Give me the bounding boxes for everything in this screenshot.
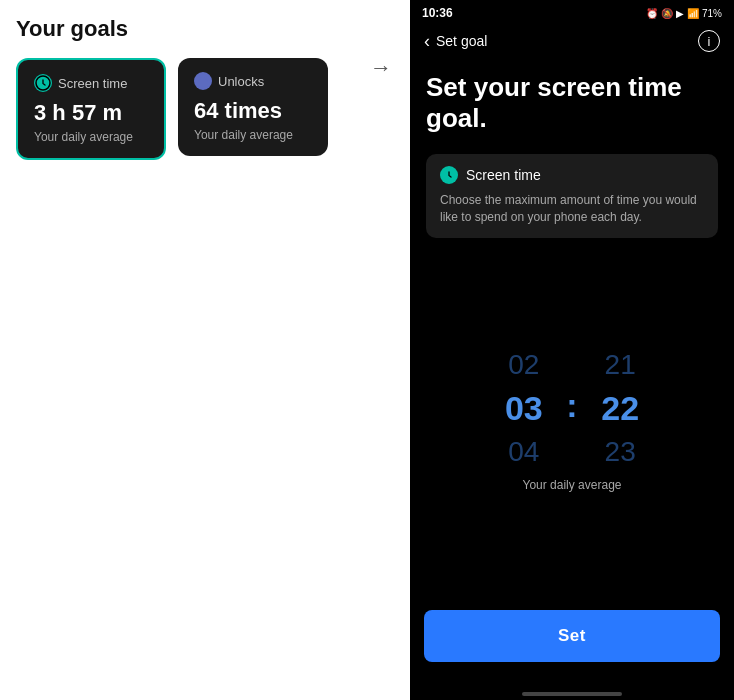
minutes-column[interactable]: 21 22 23 <box>588 349 653 468</box>
unlocks-sub: Your daily average <box>194 128 312 142</box>
screen-time-card-label: Screen time <box>466 167 541 183</box>
status-bar: 10:36 ⏰ 🔕 ▶ 📶 71% <box>410 0 734 24</box>
minutes-above: 21 <box>605 349 636 381</box>
set-button-container: Set <box>410 600 734 686</box>
screen-time-sub: Your daily average <box>34 130 148 144</box>
back-arrow-icon: ‹ <box>424 31 430 52</box>
battery-text: 71% <box>702 8 722 19</box>
screen-time-description: Choose the maximum amount of time you wo… <box>440 192 704 226</box>
app-bar: ‹ Set goal i <box>410 24 734 60</box>
picker-row: 02 03 04 : 21 22 23 <box>491 349 652 468</box>
unlocks-card-header: Unlocks <box>194 72 312 90</box>
hours-active: 03 <box>505 389 543 428</box>
screen-time-card-header: Screen time <box>440 166 704 184</box>
home-indicator <box>410 686 734 700</box>
main-heading: Set your screen time goal. <box>426 72 718 134</box>
main-content: Set your screen time goal. Screen time C… <box>410 60 734 600</box>
unlocks-label: Unlocks <box>218 74 264 89</box>
daily-average-label: Your daily average <box>523 478 622 492</box>
phone-panel: 10:36 ⏰ 🔕 ▶ 📶 71% ‹ Set goal i Set your … <box>410 0 734 700</box>
hours-above: 02 <box>508 349 539 381</box>
unlocks-card[interactable]: Unlocks 64 times Your daily average <box>178 58 328 156</box>
info-button[interactable]: i <box>698 30 720 52</box>
set-button[interactable]: Set <box>424 610 720 662</box>
status-time: 10:36 <box>422 6 453 20</box>
minutes-below: 23 <box>605 436 636 468</box>
back-button[interactable]: ‹ Set goal <box>424 31 487 52</box>
cards-row: Screen time 3 h 57 m Your daily average … <box>16 58 354 160</box>
screen-time-label: Screen time <box>58 76 127 91</box>
arrow-section: → <box>370 0 410 700</box>
mute-icon: 🔕 <box>661 8 673 19</box>
signal-icon: ▶ <box>676 8 684 19</box>
page-title: Your goals <box>16 16 354 42</box>
svg-rect-1 <box>198 80 208 88</box>
wifi-icon: 📶 <box>687 8 699 19</box>
clock-icon <box>34 74 52 92</box>
alarm-icon: ⏰ <box>646 8 658 19</box>
minutes-active: 22 <box>601 389 639 428</box>
info-icon: i <box>708 34 711 49</box>
card-header: Screen time <box>34 74 148 92</box>
app-bar-title: Set goal <box>436 33 487 49</box>
home-bar <box>522 692 622 696</box>
screen-time-value: 3 h 57 m <box>34 100 148 126</box>
arrow-icon: → <box>370 55 392 81</box>
hours-column[interactable]: 02 03 04 <box>491 349 556 468</box>
picker-colon: : <box>566 386 577 425</box>
hours-below: 04 <box>508 436 539 468</box>
lock-icon <box>194 72 212 90</box>
left-panel: Your goals Screen time 3 h 57 m Your dai… <box>0 0 370 700</box>
screen-time-card[interactable]: Screen time 3 h 57 m Your daily average <box>16 58 166 160</box>
screen-time-clock-icon <box>440 166 458 184</box>
screen-time-info-card: Screen time Choose the maximum amount of… <box>426 154 718 238</box>
unlocks-value: 64 times <box>194 98 312 124</box>
status-icons: ⏰ 🔕 ▶ 📶 71% <box>646 8 722 19</box>
time-picker[interactable]: 02 03 04 : 21 22 23 Your daily average <box>426 254 718 588</box>
